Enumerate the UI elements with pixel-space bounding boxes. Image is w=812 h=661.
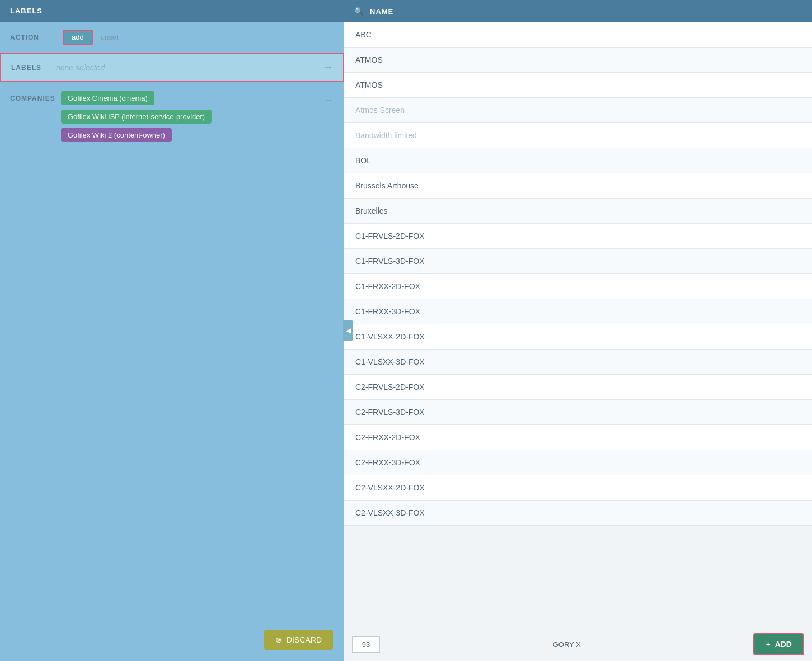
companies-arrow-icon: → <box>324 91 334 106</box>
labels-title: LABELS <box>10 7 43 15</box>
search-icon: 🔍 <box>354 7 364 16</box>
labels-list: ABC ATMOS ATMOS Atmos Screen Bandwidth l… <box>344 22 812 627</box>
add-button-label: ADD <box>775 640 792 649</box>
list-item[interactable]: ATMOS <box>344 73 812 98</box>
list-item[interactable]: BOL <box>344 148 812 173</box>
bottom-bar: GORY X + ADD <box>344 627 812 661</box>
category-label: GORY X <box>553 640 581 649</box>
unset-button[interactable]: unset <box>101 33 119 41</box>
right-panel: 🔍 NAME ABC ATMOS ATMOS Atmos Screen Band… <box>344 0 812 661</box>
list-item[interactable]: C2-VLSXX-3D-FOX <box>344 501 812 526</box>
labels-field-label: LABELS <box>11 64 56 72</box>
list-item[interactable]: C2-FRVLS-3D-FOX <box>344 400 812 425</box>
discard-button[interactable]: ⊗ DISCARD <box>264 630 333 650</box>
discard-label: DISCARD <box>287 635 322 644</box>
discard-icon: ⊗ <box>275 635 282 644</box>
list-item[interactable]: C1-FRXX-3D-FOX <box>344 299 812 324</box>
company-tag-2[interactable]: Gofilex Wiki ISP (internet-service-provi… <box>61 110 212 124</box>
list-item[interactable]: C2-FRXX-2D-FOX <box>344 425 812 450</box>
list-item[interactable]: Bruxelles <box>344 199 812 224</box>
list-item[interactable]: C1-FRVLS-2D-FOX <box>344 224 812 249</box>
list-item[interactable]: C1-VLSXX-3D-FOX <box>344 350 812 375</box>
companies-label: COMPANIES <box>10 91 55 102</box>
list-item[interactable]: ATMOS <box>344 48 812 73</box>
company-tag-1[interactable]: Gofilex Cinema (cinema) <box>61 91 154 105</box>
list-item[interactable]: Bandwidth limited <box>344 123 812 148</box>
companies-row: COMPANIES Gofilex Cinema (cinema) Gofile… <box>0 82 344 151</box>
list-item[interactable]: ABC <box>344 22 812 48</box>
list-item[interactable]: C1-FRVLS-3D-FOX <box>344 249 812 274</box>
name-column-header: NAME <box>370 7 393 16</box>
right-header: 🔍 NAME <box>344 0 812 22</box>
discard-row: ⊗ DISCARD <box>264 630 333 650</box>
companies-tags: Gofilex Cinema (cinema) Gofilex Wiki ISP… <box>61 91 318 142</box>
add-button[interactable]: add <box>63 30 93 45</box>
list-item[interactable]: C1-VLSXX-2D-FOX <box>344 324 812 350</box>
action-label: ACTION <box>10 34 55 41</box>
add-label-button[interactable]: + ADD <box>753 633 804 655</box>
list-item[interactable]: C1-FRXX-2D-FOX <box>344 274 812 299</box>
list-item[interactable]: Atmos Screen <box>344 98 812 123</box>
labels-header: LABELS <box>0 0 344 22</box>
labels-row[interactable]: LABELS none selected → <box>0 53 344 82</box>
left-panel: LABELS ACTION add unset LABELS none sele… <box>0 0 344 661</box>
list-item[interactable]: C2-FRXX-3D-FOX <box>344 450 812 475</box>
action-row: ACTION add unset <box>0 22 344 53</box>
list-item[interactable]: C2-FRVLS-2D-FOX <box>344 375 812 400</box>
collapse-button[interactable]: ◀ <box>343 320 353 341</box>
labels-arrow-icon: → <box>323 62 333 73</box>
labels-placeholder: none selected <box>56 63 323 72</box>
list-item[interactable]: C2-VLSXX-2D-FOX <box>344 475 812 501</box>
plus-icon: + <box>766 640 770 649</box>
company-tag-3[interactable]: Gofilex Wiki 2 (content-owner) <box>61 128 172 142</box>
page-number-input[interactable] <box>352 636 380 653</box>
list-item[interactable]: Brussels Arthouse <box>344 173 812 199</box>
